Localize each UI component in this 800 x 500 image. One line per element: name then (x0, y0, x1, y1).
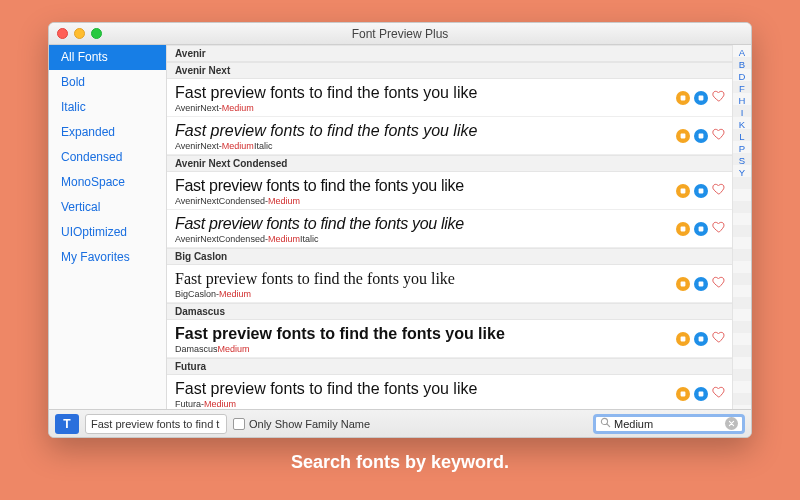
font-row[interactable]: Fast preview fonts to find the fonts you… (167, 172, 732, 210)
search-field[interactable]: Medium (593, 414, 745, 434)
clear-search-icon[interactable] (725, 417, 738, 430)
font-row[interactable]: Fast preview fonts to find the fonts you… (167, 375, 732, 409)
favorite-heart-icon[interactable] (712, 220, 726, 238)
group-header: Damascus (167, 303, 732, 320)
index-letter[interactable]: K (733, 119, 751, 131)
sidebar-item-vertical[interactable]: Vertical (49, 195, 166, 220)
font-row[interactable]: Fast preview fonts to find the fonts you… (167, 79, 732, 117)
action-orange-icon[interactable] (676, 129, 690, 143)
index-letter[interactable]: B (733, 59, 751, 71)
svg-rect-3 (699, 133, 704, 138)
sidebar-item-all-fonts[interactable]: All Fonts (49, 45, 166, 70)
index-letter[interactable]: P (733, 143, 751, 155)
action-blue-icon[interactable] (694, 129, 708, 143)
search-value: Medium (614, 418, 722, 430)
sidebar-item-condensed[interactable]: Condensed (49, 145, 166, 170)
font-postscript-name: AvenirNextCondensed-Medium (175, 196, 724, 206)
preview-text-input[interactable]: Fast preview fonts to find t (85, 414, 227, 434)
group-header: Avenir Next (167, 62, 732, 79)
font-sample: Fast preview fonts to find the fonts you… (175, 269, 724, 288)
marketing-caption: Search fonts by keyword. (0, 452, 800, 473)
action-orange-icon[interactable] (676, 222, 690, 236)
action-orange-icon[interactable] (676, 277, 690, 291)
sidebar-item-expanded[interactable]: Expanded (49, 120, 166, 145)
sidebar-item-uioptimized[interactable]: UIOptimized (49, 220, 166, 245)
index-letter[interactable]: S (733, 155, 751, 167)
favorite-heart-icon[interactable] (712, 275, 726, 293)
font-postscript-name: AvenirNextCondensed-MediumItalic (175, 234, 724, 244)
checkbox-icon[interactable] (233, 418, 245, 430)
action-blue-icon[interactable] (694, 184, 708, 198)
only-family-checkbox[interactable]: Only Show Family Name (233, 418, 370, 430)
svg-rect-12 (681, 391, 686, 396)
action-blue-icon[interactable] (694, 332, 708, 346)
index-letter[interactable]: L (733, 131, 751, 143)
sidebar-item-bold[interactable]: Bold (49, 70, 166, 95)
sidebar-item-my-favorites[interactable]: My Favorites (49, 245, 166, 270)
svg-rect-4 (681, 188, 686, 193)
index-letter[interactable]: A (733, 47, 751, 59)
index-letter[interactable]: Y (733, 167, 751, 179)
font-row[interactable]: Fast preview fonts to find the fonts you… (167, 320, 732, 358)
action-orange-icon[interactable] (676, 91, 690, 105)
font-sample: Fast preview fonts to find the fonts you… (175, 214, 724, 233)
action-blue-icon[interactable] (694, 91, 708, 105)
font-row[interactable]: Fast preview fonts to find the fonts you… (167, 117, 732, 155)
sidebar-item-italic[interactable]: Italic (49, 95, 166, 120)
svg-rect-2 (681, 133, 686, 138)
svg-rect-10 (681, 336, 686, 341)
svg-rect-11 (699, 336, 704, 341)
search-icon (600, 417, 611, 430)
font-sample: Fast preview fonts to find the fonts you… (175, 379, 724, 398)
action-orange-icon[interactable] (676, 332, 690, 346)
index-letter[interactable]: F (733, 83, 751, 95)
group-header: Avenir (167, 45, 732, 62)
favorite-heart-icon[interactable] (712, 330, 726, 348)
font-row[interactable]: Fast preview fonts to find the fonts you… (167, 210, 732, 248)
favorite-heart-icon[interactable] (712, 89, 726, 107)
favorite-heart-icon[interactable] (712, 385, 726, 403)
favorite-heart-icon[interactable] (712, 127, 726, 145)
favorite-heart-icon[interactable] (712, 182, 726, 200)
font-list[interactable]: AvenirAvenir NextFast preview fonts to f… (167, 45, 733, 409)
row-actions (676, 275, 726, 293)
font-sample: Fast preview fonts to find the fonts you… (175, 324, 724, 343)
bottom-toolbar: T Fast preview fonts to find t Only Show… (49, 409, 751, 437)
index-letter[interactable]: I (733, 107, 751, 119)
row-actions (676, 330, 726, 348)
font-sample: Fast preview fonts to find the fonts you… (175, 121, 724, 140)
action-orange-icon[interactable] (676, 184, 690, 198)
svg-rect-6 (681, 226, 686, 231)
action-blue-icon[interactable] (694, 277, 708, 291)
svg-rect-5 (699, 188, 704, 193)
index-bar[interactable]: ABDFHIKLPSY (733, 45, 751, 409)
app-window: Font Preview Plus All FontsBoldItalicExp… (48, 22, 752, 438)
group-header: Futura (167, 358, 732, 375)
window-title: Font Preview Plus (49, 27, 751, 41)
font-postscript-name: BigCaslon-Medium (175, 289, 724, 299)
index-letter[interactable]: H (733, 95, 751, 107)
svg-line-17 (607, 424, 610, 427)
font-postscript-name: Futura-Medium (175, 399, 724, 409)
row-actions (676, 182, 726, 200)
font-postscript-name: AvenirNext-MediumItalic (175, 141, 724, 151)
only-family-label: Only Show Family Name (249, 418, 370, 430)
group-header: Big Caslon (167, 248, 732, 265)
svg-rect-13 (699, 391, 704, 396)
font-postscript-name: DamascusMedium (175, 344, 724, 354)
svg-rect-9 (699, 281, 704, 286)
svg-rect-7 (699, 226, 704, 231)
action-orange-icon[interactable] (676, 387, 690, 401)
sidebar-item-monospace[interactable]: MonoSpace (49, 170, 166, 195)
font-sample: Fast preview fonts to find the fonts you… (175, 83, 724, 102)
action-blue-icon[interactable] (694, 387, 708, 401)
titlebar: Font Preview Plus (49, 23, 751, 45)
font-sample: Fast preview fonts to find the fonts you… (175, 176, 724, 195)
row-actions (676, 127, 726, 145)
font-row[interactable]: Fast preview fonts to find the fonts you… (167, 265, 732, 303)
index-letter[interactable]: D (733, 71, 751, 83)
row-actions (676, 89, 726, 107)
action-blue-icon[interactable] (694, 222, 708, 236)
text-tool-button[interactable]: T (55, 414, 79, 434)
row-actions (676, 385, 726, 403)
